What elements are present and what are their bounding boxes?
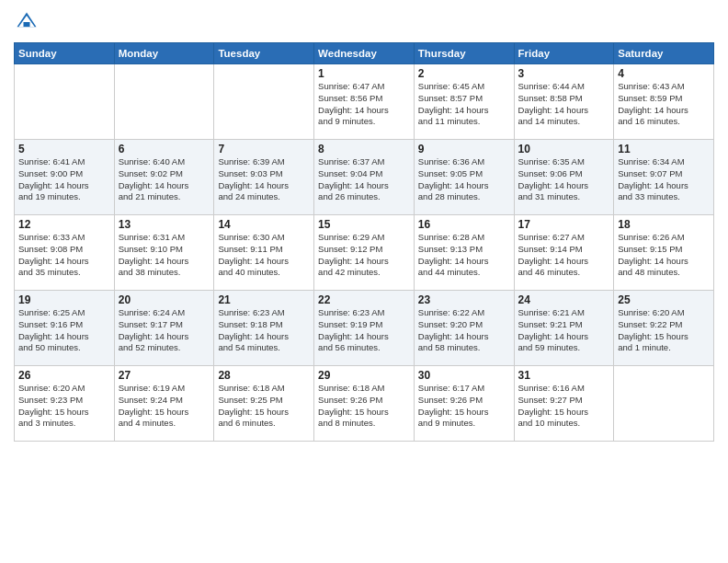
calendar-cell: 9Sunrise: 6:36 AM Sunset: 9:05 PM Daylig… [414, 140, 514, 215]
day-info: Sunrise: 6:47 AM Sunset: 8:56 PM Dayligh… [318, 81, 410, 128]
day-info: Sunrise: 6:37 AM Sunset: 9:04 PM Dayligh… [318, 156, 410, 203]
day-number: 5 [18, 143, 110, 155]
day-info: Sunrise: 6:31 AM Sunset: 9:10 PM Dayligh… [119, 232, 210, 279]
day-number: 19 [18, 293, 110, 306]
day-info: Sunrise: 6:18 AM Sunset: 9:26 PM Dayligh… [318, 383, 410, 430]
logo [14, 9, 43, 35]
day-info: Sunrise: 6:43 AM Sunset: 8:59 PM Dayligh… [618, 81, 710, 128]
header [14, 9, 714, 35]
day-number: 15 [318, 218, 410, 231]
day-number: 25 [618, 293, 710, 306]
logo-icon [14, 9, 40, 35]
day-info: Sunrise: 6:19 AM Sunset: 9:24 PM Dayligh… [119, 383, 210, 430]
calendar-cell: 23Sunrise: 6:22 AM Sunset: 9:20 PM Dayli… [414, 291, 514, 366]
day-number: 24 [518, 293, 610, 306]
calendar-cell: 5Sunrise: 6:41 AM Sunset: 9:00 PM Daylig… [15, 140, 115, 215]
calendar-cell: 2Sunrise: 6:45 AM Sunset: 8:57 PM Daylig… [414, 64, 514, 140]
day-number: 4 [618, 67, 710, 80]
day-info: Sunrise: 6:20 AM Sunset: 9:23 PM Dayligh… [18, 383, 110, 430]
day-info: Sunrise: 6:35 AM Sunset: 9:06 PM Dayligh… [518, 156, 610, 203]
day-info: Sunrise: 6:39 AM Sunset: 9:03 PM Dayligh… [218, 156, 310, 203]
day-number: 27 [119, 369, 210, 382]
calendar-cell: 11Sunrise: 6:34 AM Sunset: 9:07 PM Dayli… [614, 140, 714, 215]
day-number: 20 [119, 293, 210, 306]
calendar-cell: 20Sunrise: 6:24 AM Sunset: 9:17 PM Dayli… [114, 291, 214, 366]
calendar-cell: 21Sunrise: 6:23 AM Sunset: 9:18 PM Dayli… [214, 291, 314, 366]
calendar-cell: 24Sunrise: 6:21 AM Sunset: 9:21 PM Dayli… [514, 291, 614, 366]
calendar-cell: 15Sunrise: 6:29 AM Sunset: 9:12 PM Dayli… [314, 215, 415, 291]
day-info: Sunrise: 6:30 AM Sunset: 9:11 PM Dayligh… [218, 232, 310, 279]
day-of-week-header: Monday [114, 43, 214, 64]
day-info: Sunrise: 6:20 AM Sunset: 9:22 PM Dayligh… [618, 307, 710, 354]
day-number: 1 [318, 67, 410, 80]
calendar-cell: 30Sunrise: 6:17 AM Sunset: 9:26 PM Dayli… [414, 366, 514, 442]
calendar-header-row: SundayMondayTuesdayWednesdayThursdayFrid… [15, 43, 714, 64]
calendar-cell: 1Sunrise: 6:47 AM Sunset: 8:56 PM Daylig… [314, 64, 415, 140]
calendar-cell: 6Sunrise: 6:40 AM Sunset: 9:02 PM Daylig… [114, 140, 214, 215]
day-info: Sunrise: 6:44 AM Sunset: 8:58 PM Dayligh… [518, 81, 610, 128]
calendar-cell: 18Sunrise: 6:26 AM Sunset: 9:15 PM Dayli… [614, 215, 714, 291]
day-number: 2 [418, 67, 510, 80]
calendar-cell [15, 64, 115, 140]
day-number: 30 [418, 369, 510, 382]
calendar-cell: 3Sunrise: 6:44 AM Sunset: 8:58 PM Daylig… [514, 64, 614, 140]
calendar-cell: 4Sunrise: 6:43 AM Sunset: 8:59 PM Daylig… [614, 64, 714, 140]
calendar-cell: 28Sunrise: 6:18 AM Sunset: 9:25 PM Dayli… [214, 366, 314, 442]
day-info: Sunrise: 6:23 AM Sunset: 9:18 PM Dayligh… [218, 307, 310, 354]
day-number: 8 [318, 143, 410, 155]
day-number: 23 [418, 293, 510, 306]
calendar-cell: 16Sunrise: 6:28 AM Sunset: 9:13 PM Dayli… [414, 215, 514, 291]
calendar-week-row: 26Sunrise: 6:20 AM Sunset: 9:23 PM Dayli… [15, 366, 714, 442]
day-number: 3 [518, 67, 610, 80]
calendar-cell: 13Sunrise: 6:31 AM Sunset: 9:10 PM Dayli… [114, 215, 214, 291]
calendar-week-row: 19Sunrise: 6:25 AM Sunset: 9:16 PM Dayli… [15, 291, 714, 366]
calendar-cell: 14Sunrise: 6:30 AM Sunset: 9:11 PM Dayli… [214, 215, 314, 291]
day-of-week-header: Wednesday [314, 43, 415, 64]
day-info: Sunrise: 6:33 AM Sunset: 9:08 PM Dayligh… [18, 232, 110, 279]
day-of-week-header: Sunday [15, 43, 115, 64]
day-number: 21 [218, 293, 310, 306]
day-info: Sunrise: 6:24 AM Sunset: 9:17 PM Dayligh… [119, 307, 210, 354]
day-info: Sunrise: 6:23 AM Sunset: 9:19 PM Dayligh… [318, 307, 410, 354]
day-of-week-header: Tuesday [214, 43, 314, 64]
day-info: Sunrise: 6:45 AM Sunset: 8:57 PM Dayligh… [418, 81, 510, 128]
day-info: Sunrise: 6:41 AM Sunset: 9:00 PM Dayligh… [18, 156, 110, 203]
day-info: Sunrise: 6:18 AM Sunset: 9:25 PM Dayligh… [218, 383, 310, 430]
day-number: 11 [618, 143, 710, 155]
calendar-cell: 26Sunrise: 6:20 AM Sunset: 9:23 PM Dayli… [15, 366, 115, 442]
calendar-cell: 31Sunrise: 6:16 AM Sunset: 9:27 PM Dayli… [514, 366, 614, 442]
day-number: 16 [418, 218, 510, 231]
day-number: 31 [518, 369, 610, 382]
day-number: 28 [218, 369, 310, 382]
day-number: 12 [18, 218, 110, 231]
calendar-table: SundayMondayTuesdayWednesdayThursdayFrid… [14, 42, 714, 442]
day-number: 10 [518, 143, 610, 155]
day-info: Sunrise: 6:28 AM Sunset: 9:13 PM Dayligh… [418, 232, 510, 279]
day-number: 22 [318, 293, 410, 306]
calendar-cell: 17Sunrise: 6:27 AM Sunset: 9:14 PM Dayli… [514, 215, 614, 291]
day-of-week-header: Saturday [614, 43, 714, 64]
day-of-week-header: Thursday [414, 43, 514, 64]
day-number: 26 [18, 369, 110, 382]
day-info: Sunrise: 6:36 AM Sunset: 9:05 PM Dayligh… [418, 156, 510, 203]
page: SundayMondayTuesdayWednesdayThursdayFrid… [0, 0, 728, 563]
day-info: Sunrise: 6:27 AM Sunset: 9:14 PM Dayligh… [518, 232, 610, 279]
day-info: Sunrise: 6:16 AM Sunset: 9:27 PM Dayligh… [518, 383, 610, 430]
calendar-cell [114, 64, 214, 140]
calendar-cell [614, 366, 714, 442]
calendar-cell: 29Sunrise: 6:18 AM Sunset: 9:26 PM Dayli… [314, 366, 415, 442]
day-number: 13 [119, 218, 210, 231]
day-info: Sunrise: 6:25 AM Sunset: 9:16 PM Dayligh… [18, 307, 110, 354]
calendar-cell: 7Sunrise: 6:39 AM Sunset: 9:03 PM Daylig… [214, 140, 314, 215]
calendar-cell: 8Sunrise: 6:37 AM Sunset: 9:04 PM Daylig… [314, 140, 415, 215]
calendar-cell: 22Sunrise: 6:23 AM Sunset: 9:19 PM Dayli… [314, 291, 415, 366]
day-info: Sunrise: 6:26 AM Sunset: 9:15 PM Dayligh… [618, 232, 710, 279]
day-number: 6 [119, 143, 210, 155]
day-number: 18 [618, 218, 710, 231]
calendar-week-row: 12Sunrise: 6:33 AM Sunset: 9:08 PM Dayli… [15, 215, 714, 291]
day-of-week-header: Friday [514, 43, 614, 64]
day-number: 7 [218, 143, 310, 155]
calendar-cell: 19Sunrise: 6:25 AM Sunset: 9:16 PM Dayli… [15, 291, 115, 366]
day-info: Sunrise: 6:21 AM Sunset: 9:21 PM Dayligh… [518, 307, 610, 354]
calendar-week-row: 5Sunrise: 6:41 AM Sunset: 9:00 PM Daylig… [15, 140, 714, 215]
